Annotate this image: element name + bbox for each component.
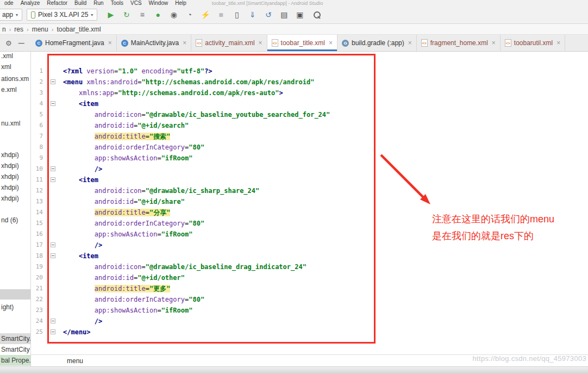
code-line[interactable]: 24 /> bbox=[31, 316, 588, 327]
code-line[interactable]: 1<?xml version="1.0" encoding="utf-8"?> bbox=[31, 66, 588, 77]
avd-manager-button[interactable]: ▯ bbox=[232, 10, 241, 19]
menu-item-help[interactable]: Help bbox=[175, 0, 186, 6]
code-line[interactable]: 18 <item bbox=[31, 251, 588, 261]
tab-toobarutil-xml[interactable]: <>toobarutil.xml× bbox=[501, 35, 565, 51]
breadcrumb-item[interactable]: toobar_title.xml bbox=[57, 26, 101, 33]
line-number: 17 bbox=[31, 240, 43, 251]
code-line[interactable]: 19 android:icon="@drawable/ic_baseline_d… bbox=[31, 261, 588, 272]
project-tree-item[interactable]: e.xml bbox=[0, 84, 30, 95]
project-tree-item[interactable]: xhdpi) bbox=[0, 160, 30, 171]
debug-button[interactable]: ● bbox=[153, 10, 162, 19]
project-tree-item[interactable]: ations.xm bbox=[0, 73, 30, 84]
menu-item-run[interactable]: Run bbox=[93, 0, 103, 6]
close-icon[interactable]: × bbox=[329, 39, 333, 47]
code-line[interactable]: 12 android:icon="@drawable/ic_sharp_shar… bbox=[31, 185, 588, 196]
project-tree-item[interactable]: .xml bbox=[0, 52, 30, 61]
menu-item-tools[interactable]: Tools bbox=[111, 0, 123, 6]
menu-item-window[interactable]: Window bbox=[149, 0, 168, 6]
run-button[interactable]: ▶ bbox=[106, 10, 115, 19]
annotation-note-line2: 是在我们的就是res下的 bbox=[432, 228, 554, 245]
coverage-button[interactable]: ◉ bbox=[169, 10, 178, 19]
fold-icon[interactable] bbox=[51, 166, 55, 171]
profiler-button[interactable]: ◔ bbox=[185, 10, 194, 19]
project-tree-item[interactable]: xhdpi) bbox=[0, 193, 30, 204]
breadcrumb-item[interactable]: res bbox=[14, 26, 23, 33]
status-bar bbox=[0, 366, 588, 374]
search-icon[interactable] bbox=[313, 11, 321, 19]
menu-item-build[interactable]: Build bbox=[74, 0, 86, 6]
fold-gutter bbox=[43, 142, 63, 153]
code-line[interactable]: 8 android:orderInCategory="80" bbox=[31, 142, 588, 153]
breadcrumb-item[interactable]: n bbox=[2, 26, 6, 33]
project-tree-item[interactable]: xhdpi) bbox=[0, 182, 30, 193]
project-tree-item[interactable]: SmartCity bbox=[0, 344, 30, 355]
project-tree-item[interactable]: ight) bbox=[0, 302, 30, 313]
line-number: 12 bbox=[31, 185, 43, 196]
code-editor[interactable]: 1<?xml version="1.0" encoding="utf-8"?>2… bbox=[31, 52, 588, 354]
apply-code-changes-button[interactable]: ≡ bbox=[137, 10, 147, 19]
tab-fragment-home-xml[interactable]: <>fragment_home.xml× bbox=[417, 35, 501, 51]
menu-item-vcs[interactable]: VCS bbox=[130, 0, 142, 6]
close-icon[interactable]: × bbox=[492, 39, 496, 47]
fold-icon[interactable] bbox=[51, 79, 55, 84]
code-line[interactable]: 9 app:showAsAction="ifRoom" bbox=[31, 153, 588, 164]
tab-homefragment-java[interactable]: CHomeFragment.java× bbox=[31, 35, 117, 51]
fold-gutter bbox=[43, 174, 63, 185]
close-icon[interactable]: × bbox=[408, 39, 412, 47]
gear-icon[interactable]: ⚙ bbox=[5, 39, 12, 47]
project-tree-item[interactable]: xml bbox=[0, 61, 30, 72]
close-icon[interactable]: × bbox=[108, 39, 112, 47]
run-config-select[interactable]: app ▾ bbox=[0, 9, 22, 21]
fold-icon[interactable] bbox=[51, 253, 55, 258]
tab-build-gradle-app[interactable]: Gbuild.gradle (:app)× bbox=[337, 35, 417, 51]
xml-breadcrumb-item[interactable]: menu bbox=[67, 357, 83, 365]
code-line[interactable]: 20 android:id="@+id/other" bbox=[31, 272, 588, 283]
code-line[interactable]: 6 android:id="@+id/search" bbox=[31, 120, 588, 131]
project-tree-item[interactable]: nu.xml bbox=[0, 118, 30, 129]
fold-gutter bbox=[43, 109, 63, 120]
fold-icon[interactable] bbox=[51, 319, 55, 323]
menu-item-analyze[interactable]: Analyze bbox=[21, 0, 40, 6]
code-line[interactable]: 5 android:icon="@drawable/ic_baseline_yo… bbox=[31, 109, 588, 120]
sync-gradle-button[interactable]: ↺ bbox=[264, 10, 273, 19]
code-line[interactable]: 7 android:title="搜索" bbox=[31, 131, 588, 142]
project-tree-item[interactable]: xhdpi) bbox=[0, 149, 30, 160]
code-line[interactable]: 3 xmlns:app="http://schemas.android.com/… bbox=[31, 88, 588, 98]
menu-item-refactor[interactable]: Refactor bbox=[47, 0, 67, 6]
close-icon[interactable]: × bbox=[556, 39, 560, 47]
menu-item-ode[interactable]: ode bbox=[4, 0, 14, 6]
attach-debugger-button[interactable]: ⚡ bbox=[201, 10, 210, 19]
fold-icon[interactable] bbox=[51, 101, 55, 106]
code-line[interactable]: 13 android:id="@+id/share" bbox=[31, 196, 588, 207]
breadcrumb-item[interactable]: menu bbox=[32, 26, 48, 33]
line-number: 16 bbox=[31, 229, 43, 240]
tab-label: activity_main.xml bbox=[205, 39, 254, 47]
fold-icon[interactable] bbox=[51, 242, 55, 247]
project-tree-item[interactable]: xhdpi) bbox=[0, 171, 30, 182]
code-line[interactable]: 4 <item bbox=[31, 98, 588, 109]
code-line[interactable]: 2<menu xmlns:android="http://schemas.and… bbox=[31, 77, 588, 88]
code-line[interactable]: 21 android:title="更多" bbox=[31, 283, 588, 294]
code-line[interactable]: 11 <item bbox=[31, 174, 588, 185]
layout-inspector-button[interactable]: ▣ bbox=[295, 10, 304, 19]
fold-icon[interactable] bbox=[51, 177, 55, 182]
sdk-manager-button[interactable]: ⇓ bbox=[248, 10, 257, 19]
tab-toobar-title-xml[interactable]: <>toobar_title.xml× bbox=[267, 35, 337, 51]
device-select[interactable]: Pixel 3 XL API 25 ▾ bbox=[27, 9, 97, 21]
code-line[interactable]: 10 /> bbox=[31, 164, 588, 174]
hide-panel-icon[interactable]: — bbox=[18, 40, 24, 46]
close-icon[interactable]: × bbox=[259, 39, 262, 47]
project-tree-item[interactable]: bal Prope... bbox=[0, 355, 30, 366]
close-icon[interactable]: × bbox=[183, 39, 186, 47]
project-tree-item[interactable]: nd (6) bbox=[0, 215, 30, 226]
device-file-explorer-button[interactable]: ▤ bbox=[279, 10, 289, 19]
stop-button[interactable]: ■ bbox=[216, 10, 226, 19]
apply-changes-button[interactable]: ↻ bbox=[122, 10, 131, 19]
fold-icon[interactable] bbox=[51, 329, 55, 334]
code-line[interactable]: 25</menu> bbox=[31, 327, 588, 338]
code-line[interactable]: 22 android:orderInCategory="80" bbox=[31, 294, 588, 305]
project-tree-item[interactable]: SmartCity.. bbox=[0, 333, 30, 344]
tab-activity-main-xml[interactable]: <>activity_main.xml× bbox=[191, 35, 267, 51]
tab-mainactivity-java[interactable]: CMainActivity.java× bbox=[117, 35, 192, 51]
code-line[interactable]: 23 app:showAsAction="ifRoom" bbox=[31, 305, 588, 316]
